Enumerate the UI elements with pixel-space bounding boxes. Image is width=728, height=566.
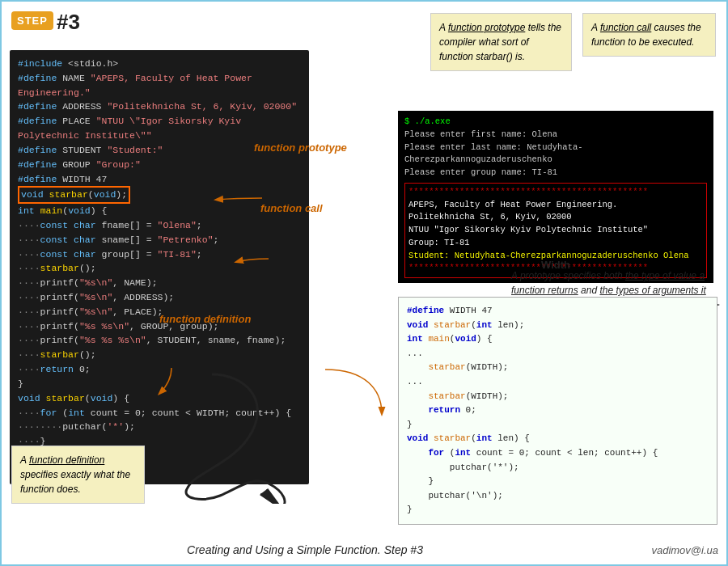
note-prototype: A function prototype tells the compiler … — [430, 13, 572, 71]
annotation-call: function call — [260, 202, 323, 214]
step-badge: STEP — [11, 11, 53, 30]
definition-link: function definition — [29, 454, 104, 466]
terminal-output: $ ./a.exe Please enter first name: Olena… — [398, 111, 713, 283]
annotation-definition: function definition — [159, 313, 251, 325]
note-definition: A function definition specifies exactly … — [11, 446, 145, 504]
code-right: #define WIDTH 47 void starbar(int len); … — [398, 297, 717, 525]
bottom-title: Creating and Using a Simple Function. St… — [2, 543, 608, 556]
curl-arrow-decoration — [147, 358, 333, 504]
note-call: A function call causes the function to b… — [582, 13, 716, 57]
call-link: function call — [600, 22, 651, 33]
annotation-prototype: function prototype — [254, 142, 347, 154]
step-number: #3 — [57, 10, 80, 35]
prototype-link: function prototype — [448, 22, 525, 33]
bottom-email: vadimov@i.ua — [651, 544, 718, 556]
